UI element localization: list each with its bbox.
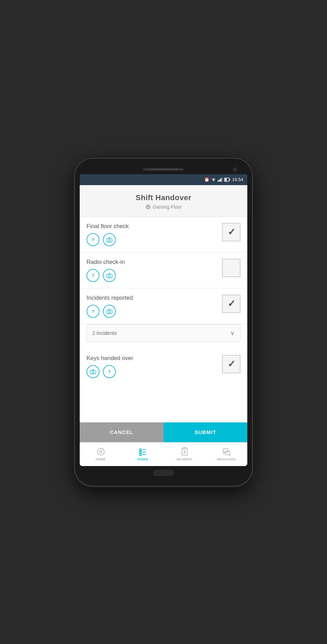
item-left-2: Radio check-in ? [87,259,222,282]
checkbox-1[interactable]: ✓ [222,223,240,241]
help-button-3[interactable]: ? [87,305,99,318]
checkmark-3: ✓ [228,298,235,309]
phone-shell: ⏰ [75,159,252,486]
nav-item-incident[interactable]: INCIDENT [164,443,205,466]
item-title: Final floor check [87,223,222,230]
svg-point-26 [100,451,102,453]
bottom-nav: HOME TASKS [80,442,247,466]
item-title-2: Radio check-in [87,259,222,266]
checkmark-4: ✓ [228,358,235,370]
camera-button-1[interactable] [103,233,116,246]
speaker-grill [143,168,184,171]
svg-rect-3 [222,178,222,182]
dropdown-value: 2 incidents [92,330,117,336]
checkbox-2[interactable] [222,259,240,277]
camera-button-3[interactable] [103,305,116,318]
svg-point-25 [97,448,104,455]
battery-icon [224,178,230,182]
status-time: 16:54 [232,177,243,182]
svg-rect-0 [218,180,219,182]
item-left-3: Incidents reported ? [87,295,222,318]
camera [233,167,237,171]
nav-item-tasks[interactable]: TASKS [122,443,164,466]
status-icons: ⏰ [204,177,243,182]
help-button-1[interactable]: ? [87,233,99,246]
wifi-icon [211,178,216,182]
svg-point-18 [108,275,110,277]
svg-text:?: ? [108,369,111,374]
nav-label-messages: MESSAGES [217,458,236,461]
spacer [80,343,247,349]
item-left-4: Keys handed over ? [87,355,222,378]
svg-rect-38 [225,451,230,455]
svg-point-21 [108,311,110,313]
checklist-item-incidents-reported: Incidents reported ? [80,288,247,324]
nav-item-home[interactable]: HOME [80,443,122,466]
item-icons-row: ? [87,233,222,246]
nav-label-tasks: TASKS [137,458,148,461]
item-title-3: Incidents reported [87,295,222,301]
help-button-2[interactable]: ? [87,269,99,282]
nav-label-incident: INCIDENT [176,458,192,461]
incident-nav-icon [180,447,189,456]
nav-item-messages[interactable]: MESSAGES [205,443,247,466]
checklist-item-keys-handed-over: Keys handed over ? [80,349,247,383]
checkmark-1: ✓ [228,226,235,238]
item-left: Final floor check ? [87,223,222,246]
svg-rect-27 [140,449,141,451]
item-title-4: Keys handed over [87,355,222,362]
app-subtitle: Gaming Floor [87,204,240,210]
phone-top [80,165,247,174]
checklist-item-final-floor-check: Final floor check ? [80,217,247,253]
svg-rect-28 [140,451,141,453]
checklist-item-radio-check-in: Radio check-in ? [80,253,247,288]
svg-point-15 [108,239,110,241]
phone-bottom [80,466,247,480]
svg-rect-29 [140,454,141,455]
home-button[interactable] [153,470,174,476]
incidents-dropdown[interactable]: 2 incidents ∨ [87,324,240,342]
signal-icon [218,178,222,182]
svg-point-35 [184,452,185,453]
camera-button-4[interactable] [87,365,99,378]
status-bar: ⏰ [80,174,247,185]
nav-label-home: HOME [96,458,106,461]
cancel-button[interactable]: CANCEL [80,422,164,442]
app-header: Shift Handover Gaming Floor [80,185,247,217]
item-icons-row-4: ? [87,365,222,378]
content-area: Final floor check ? [80,217,247,422]
svg-rect-6 [225,178,227,181]
tasks-nav-icon [138,447,147,456]
svg-point-8 [147,206,149,208]
svg-rect-2 [220,178,221,182]
messages-nav-icon [222,447,231,456]
chevron-down-icon: ∨ [230,329,235,337]
item-icons-row-2: ? [87,269,222,282]
svg-text:?: ? [92,309,94,314]
checkbox-3[interactable]: ✓ [222,295,240,313]
svg-text:?: ? [92,237,94,242]
alarm-icon: ⏰ [204,177,209,182]
submit-button[interactable]: SUBMIT [164,422,247,442]
page-title: Shift Handover [87,193,240,202]
svg-point-23 [92,371,94,373]
phone-screen: ⏰ [80,174,247,466]
location-icon [145,204,151,210]
item-icons-row-3: ? [87,305,222,318]
home-nav-icon [96,447,105,456]
bottom-actions: CANCEL SUBMIT [80,422,247,442]
svg-text:?: ? [92,273,94,278]
svg-rect-37 [223,449,228,452]
svg-rect-1 [219,179,220,182]
svg-rect-5 [230,179,230,180]
camera-button-2[interactable] [103,269,116,282]
help-button-4[interactable]: ? [103,365,116,378]
location-label: Gaming Floor [153,204,182,210]
checkbox-4[interactable]: ✓ [222,355,240,373]
